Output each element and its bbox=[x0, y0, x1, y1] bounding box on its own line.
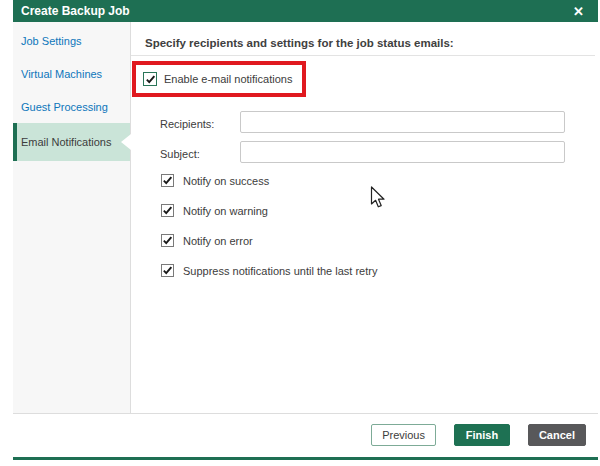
suppress-notifications-until-the-last-retry-label: Suppress notifications until the last re… bbox=[183, 265, 377, 277]
cancel-button[interactable]: Cancel bbox=[528, 424, 586, 446]
dialog-footer: PreviousFinishCancel bbox=[13, 413, 598, 457]
notify-on-error-checkbox[interactable] bbox=[161, 234, 174, 247]
dialog-titlebar: Create Backup Job ✕ bbox=[13, 0, 598, 22]
sidebar-item-label: Email Notifications bbox=[21, 136, 111, 148]
notify-on-success-checkbox[interactable] bbox=[161, 174, 174, 187]
option-row-notify-on-warning: Notify on warning bbox=[161, 203, 268, 218]
recipients-field[interactable] bbox=[240, 111, 565, 133]
sidebar-item-label: Guest Processing bbox=[21, 101, 108, 113]
sidebar-item-label: Virtual Machines bbox=[21, 68, 102, 80]
enable-email-notifications-label: Enable e-mail notifications bbox=[164, 73, 292, 85]
active-step-notch bbox=[121, 134, 131, 150]
enable-email-notifications-checkbox[interactable] bbox=[143, 72, 157, 86]
option-row-notify-on-error: Notify on error bbox=[161, 233, 253, 248]
wizard-steps-sidebar: Job SettingsVirtual MachinesGuest Proces… bbox=[13, 22, 131, 413]
email-notifications-panel: Specify recipients and settings for the … bbox=[131, 22, 598, 413]
sidebar-item-virtual-machines[interactable]: Virtual Machines bbox=[13, 57, 130, 90]
notify-on-error-label: Notify on error bbox=[183, 235, 253, 247]
close-icon[interactable]: ✕ bbox=[573, 5, 588, 18]
header-divider bbox=[131, 55, 595, 56]
subject-label: Subject: bbox=[160, 148, 200, 160]
finish-button[interactable]: Finish bbox=[454, 424, 510, 446]
panel-description: Specify recipients and settings for the … bbox=[145, 37, 454, 49]
notify-on-warning-label: Notify on warning bbox=[183, 205, 268, 217]
sidebar-item-label: Job Settings bbox=[21, 35, 82, 47]
create-backup-job-dialog: Create Backup Job ✕ Job SettingsVirtual … bbox=[13, 0, 598, 460]
annotation-highlight-box: Enable e-mail notifications bbox=[132, 61, 306, 97]
suppress-notifications-until-the-last-retry-checkbox[interactable] bbox=[161, 264, 174, 277]
dialog-body: Job SettingsVirtual MachinesGuest Proces… bbox=[13, 22, 598, 413]
option-row-suppress-notifications-until-the-last-retry: Suppress notifications until the last re… bbox=[161, 263, 377, 278]
notify-on-success-label: Notify on success bbox=[183, 175, 269, 187]
sidebar-item-job-settings[interactable]: Job Settings bbox=[13, 24, 130, 57]
notify-on-warning-checkbox[interactable] bbox=[161, 204, 174, 217]
page: Create Backup Job ✕ Job SettingsVirtual … bbox=[0, 0, 600, 466]
option-row-notify-on-success: Notify on success bbox=[161, 173, 269, 188]
dialog-title: Create Backup Job bbox=[21, 4, 130, 18]
sidebar-item-guest-processing[interactable]: Guest Processing bbox=[13, 90, 130, 123]
sidebar-item-email-notifications[interactable]: Email Notifications bbox=[13, 123, 130, 161]
subject-field[interactable] bbox=[240, 141, 565, 163]
recipients-label: Recipients: bbox=[160, 118, 214, 130]
previous-button[interactable]: Previous bbox=[371, 424, 436, 446]
